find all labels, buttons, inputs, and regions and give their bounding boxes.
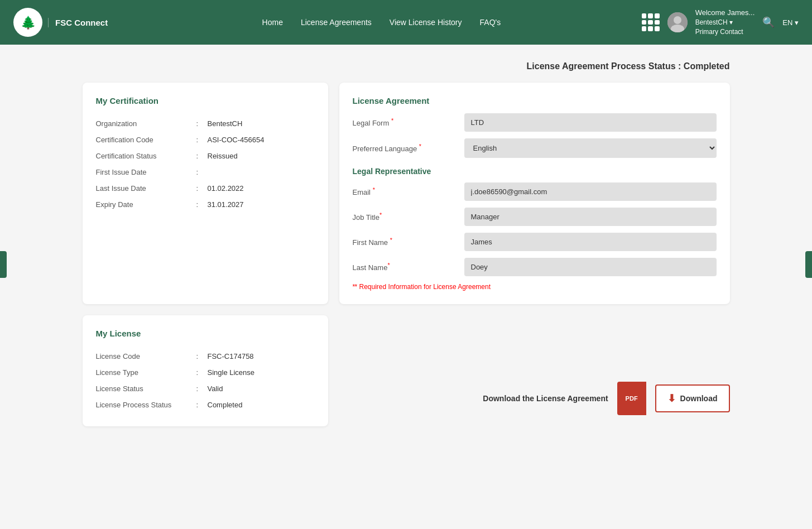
field-value-license-status: Valid xyxy=(208,384,223,393)
legal-form-input[interactable] xyxy=(464,113,717,132)
field-value-cert-status: Reissued xyxy=(208,152,238,160)
table-row: First Issue Date : xyxy=(96,164,315,180)
download-button[interactable]: ⬇ Download xyxy=(655,384,730,412)
nav-view-license-history[interactable]: View License History xyxy=(390,18,462,27)
nav-faqs[interactable]: FAQ's xyxy=(480,18,501,27)
avatar[interactable] xyxy=(667,12,688,32)
field-label-expiry: Expiry Date xyxy=(96,200,196,209)
download-button-label: Download xyxy=(680,394,718,403)
job-title-row: Job Title* xyxy=(353,208,717,226)
email-row: Email * xyxy=(353,182,717,201)
table-row: License Type : Single License xyxy=(96,364,315,381)
job-title-label: Job Title* xyxy=(353,211,464,222)
table-row: Certification Status : Reissued xyxy=(96,148,315,164)
certification-title: My Certification xyxy=(96,96,315,105)
table-row: Certification Code : ASI-COC-456654 xyxy=(96,132,315,148)
legal-form-row: Legal Form * xyxy=(353,113,717,132)
welcome-text: Welcome James... xyxy=(695,8,755,18)
field-label-first-issue: First Issue Date xyxy=(96,168,196,176)
svg-point-3 xyxy=(674,16,681,24)
field-label-license-status: License Status xyxy=(96,384,196,393)
required-note: * * Required Information for License Agr… xyxy=(353,283,717,291)
pdf-icon-wrap: PDF xyxy=(617,382,646,415)
download-icon: ⬇ xyxy=(667,392,676,405)
table-row: License Process Status : Completed xyxy=(96,397,315,413)
field-label-last-issue: Last Issue Date xyxy=(96,184,196,193)
license-agreement-title: License Agreement xyxy=(353,96,717,105)
table-row: Organization : BentestCH xyxy=(96,116,315,132)
svg-text:🌲: 🌲 xyxy=(21,15,36,30)
logo[interactable]: 🌲 FSC Connect xyxy=(13,8,108,37)
grid-icon[interactable] xyxy=(642,13,660,31)
preferred-language-label: Preferred Language * xyxy=(353,143,464,153)
field-label-license-process-status: License Process Status xyxy=(96,401,196,409)
field-value-cert-code: ASI-COC-456654 xyxy=(208,136,265,144)
field-label-license-type: License Type xyxy=(96,368,196,377)
first-name-label: First Name * xyxy=(353,237,464,247)
side-tab-left xyxy=(0,251,7,278)
field-value-expiry: 31.01.2027 xyxy=(208,200,244,209)
brand-name: FSC Connect xyxy=(48,18,108,27)
last-name-input[interactable] xyxy=(464,258,717,276)
side-tab-right xyxy=(805,251,812,278)
field-label-org: Organization xyxy=(96,119,196,128)
first-name-input[interactable] xyxy=(464,233,717,251)
job-title-input[interactable] xyxy=(464,208,717,226)
field-value-license-code: FSC-C174758 xyxy=(208,352,254,360)
preferred-language-row: Preferred Language * English French Germ… xyxy=(353,138,717,158)
legal-rep-title: Legal Representative xyxy=(353,167,717,176)
field-value-license-type: Single License xyxy=(208,368,255,377)
field-value-license-process-status: Completed xyxy=(208,401,243,409)
field-label-cert-status: Certification Status xyxy=(96,152,196,160)
search-icon[interactable]: 🔍 xyxy=(762,16,775,28)
process-status: License Agreement Process Status : Compl… xyxy=(83,61,730,71)
email-label: Email * xyxy=(353,186,464,196)
table-row: Expiry Date : 31.01.2027 xyxy=(96,196,315,213)
org-name: BentestCH ▾ xyxy=(695,18,755,27)
pdf-icon: PDF xyxy=(617,382,646,415)
download-section: Download the License Agreement PDF ⬇ Dow… xyxy=(483,365,729,421)
my-license-title: My License xyxy=(96,329,315,338)
email-input[interactable] xyxy=(464,182,717,201)
last-name-row: Last Name* xyxy=(353,258,717,276)
table-row: License Code : FSC-C174758 xyxy=(96,348,315,364)
nav-home[interactable]: Home xyxy=(262,18,283,27)
my-license-card: My License License Code : FSC-C174758 Li… xyxy=(83,315,328,426)
nav-license-agreements[interactable]: License Agreements xyxy=(301,18,372,27)
field-label-license-code: License Code xyxy=(96,352,196,360)
user-role: Primary Contact xyxy=(695,27,755,37)
last-name-label: Last Name* xyxy=(353,262,464,272)
language-selector[interactable]: EN ▾ xyxy=(782,18,799,27)
user-info: Welcome James... BentestCH ▾ Primary Con… xyxy=(695,8,755,37)
certification-card: My Certification Organization : BentestC… xyxy=(83,83,328,304)
preferred-language-select[interactable]: English French German Spanish xyxy=(464,138,717,158)
legal-form-label: Legal Form * xyxy=(353,117,464,127)
navbar: 🌲 FSC Connect Home License Agreements Vi… xyxy=(0,0,812,45)
download-label: Download the License Agreement xyxy=(483,394,608,403)
table-row: License Status : Valid xyxy=(96,381,315,397)
table-row: Last Issue Date : 01.02.2022 xyxy=(96,180,315,196)
license-agreement-card: License Agreement Legal Form * Preferred… xyxy=(339,83,730,304)
first-name-row: First Name * xyxy=(353,233,717,251)
field-label-cert-code: Certification Code xyxy=(96,136,196,144)
field-value-last-issue: 01.02.2022 xyxy=(208,184,244,193)
field-value-org: BentestCH xyxy=(208,119,243,128)
